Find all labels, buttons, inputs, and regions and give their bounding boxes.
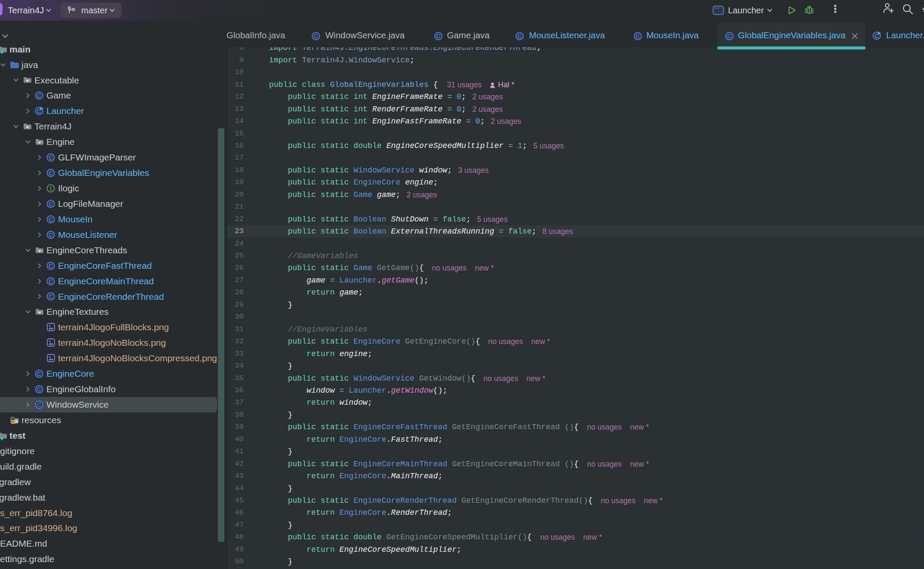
svg-text:C: C xyxy=(49,262,52,269)
svg-text:C: C xyxy=(37,92,41,99)
svg-text:C: C xyxy=(727,33,731,40)
svg-text:C: C xyxy=(314,33,318,40)
svg-text:C: C xyxy=(49,201,52,207)
svg-text:I: I xyxy=(49,186,52,192)
svg-text:C: C xyxy=(37,371,41,377)
svg-text:C: C xyxy=(636,33,639,40)
svg-text:C: C xyxy=(37,402,41,408)
svg-text:C: C xyxy=(37,386,41,393)
svg-text:C: C xyxy=(49,170,52,176)
svg-text:C: C xyxy=(49,154,52,161)
svg-text:C: C xyxy=(49,293,52,300)
svg-text:C: C xyxy=(49,231,52,238)
svg-text:C: C xyxy=(49,216,52,223)
svg-text:C: C xyxy=(436,33,440,40)
svg-text:C: C xyxy=(49,278,52,284)
svg-text:C: C xyxy=(517,33,521,40)
